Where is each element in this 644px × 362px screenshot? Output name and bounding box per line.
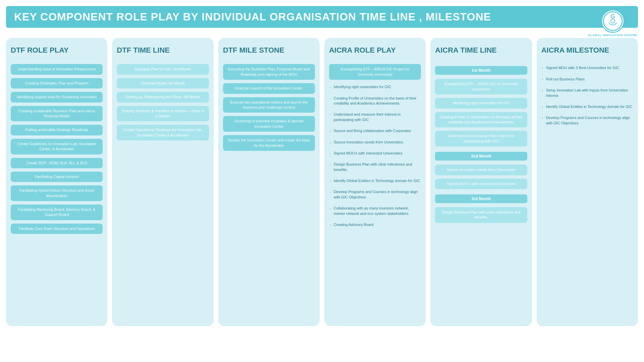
item-dtf-role-play-7: Facilitating Capital Infusion [11, 172, 103, 182]
column-title-aicra-time-line: AICRA TIME LINE [435, 46, 527, 55]
item-dtf-role-play-1: Creating Strategies, Plan and Program [11, 78, 103, 88]
item-dtf-mile-stone-1: Execute Launch of the Innovation Center [223, 83, 315, 94]
item-dtf-role-play-9: Facilitating Mentoring Board, Advisory B… [11, 204, 103, 220]
item-aicra-time-line-0: 1st Month [435, 66, 527, 75]
item-aicra-role-play-8: Identify Global Entities in Technology d… [329, 177, 421, 185]
column-aicra-role-play: AICRA ROLE PLAYEvangelizing DTF – ARICA … [324, 38, 426, 326]
logo-icon: G [603, 11, 623, 31]
item-aicra-time-line-7: Signed MOU's with interested Universitie… [435, 179, 527, 189]
item-aicra-role-play-3: Understand and measure their interest in… [329, 111, 421, 124]
item-aicra-role-play-7: Design Business Plan with clear mileston… [329, 161, 421, 174]
header-bar: KEY COMPONENT ROLE PLAY BY INDIVIDUAL OR… [6, 6, 638, 28]
page-title: KEY COMPONENT ROLE PLAY BY INDIVIDUAL OR… [14, 11, 491, 23]
column-aicra-milestone: AICRA MILESTONESigned MOU with 3 Best Un… [537, 38, 638, 326]
item-aicra-milestone-0: Signed MOU with 3 Best Universities for … [541, 64, 633, 72]
column-aicra-time-line: AICRA TIME LINE1st MonthEvangelizing DTF… [430, 38, 532, 326]
column-title-aicra-role-play: AICRA ROLE PLAY [329, 46, 421, 55]
item-aicra-time-line-8: 3rd Month [435, 194, 527, 203]
item-aicra-role-play-11: Creating Advisory Board [329, 221, 421, 229]
item-dtf-role-play-4: Putting achievable Strategic Roadmap [11, 125, 103, 135]
item-aicra-role-play-9: Develop Programs and Courses in technolo… [329, 188, 421, 201]
item-aicra-milestone-3: Identify Global Entities in Technology d… [541, 103, 633, 111]
item-aicra-role-play-5: Source Innovation needs from Universitie… [329, 138, 421, 146]
item-aicra-time-line-4: Understand and measure their interest in… [435, 131, 527, 146]
column-title-dtf-mile-stone: DTF MILE STONE [223, 46, 315, 55]
item-aicra-milestone-2: Setup Innovation Lab with Inputs from Un… [541, 86, 633, 100]
item-dtf-time-line-3: Training Students & Faculties in batches… [117, 106, 209, 122]
item-dtf-mile-stone-3: Screening of potential incubates & opera… [223, 116, 315, 132]
item-aicra-role-play-6: Signed MOU's with interested Universitie… [329, 149, 421, 157]
column-title-dtf-role-play: DTF ROLE PLAY [11, 46, 103, 55]
columns-container: DTF ROLE PLAYUnderstanding need of Innov… [0, 28, 644, 332]
column-title-aicra-milestone: AICRA MILESTONE [541, 46, 633, 55]
item-dtf-mile-stone-2: Execute key operational metrics and laun… [223, 97, 315, 113]
item-dtf-role-play-8: Facilitating Hybrid Return Structure and… [11, 185, 103, 201]
item-aicra-milestone-1: Roll out Business Plans [541, 75, 633, 83]
item-aicra-time-line-3: Creating Profile of Universities on the … [435, 112, 527, 128]
column-dtf-time-line: DTF TIME LINEBusiness Plan for GIC- 2nd … [112, 38, 213, 326]
item-dtf-time-line-1: Financial Model-3rd Month [117, 78, 209, 88]
item-aicra-time-line-6: Source innovation needs from Universitie… [435, 165, 527, 175]
item-dtf-role-play-3: Creating sustainable Business Plan and r… [11, 106, 103, 122]
item-aicra-role-play-0: Evangelizing DTF – ARICA GIC Project to … [329, 64, 421, 80]
item-aicra-role-play-10: Collaborating with as many investors net… [329, 204, 421, 218]
column-title-dtf-time-line: DTF TIME LINE [117, 46, 209, 55]
item-dtf-mile-stone-4: Sustain the Innovation Center and create… [223, 135, 315, 151]
item-aicra-role-play-1: Identifying right universities for GIC [329, 83, 421, 91]
column-dtf-mile-stone: DTF MILE STONEExecuting the Business Pla… [218, 38, 320, 326]
item-dtf-time-line-0: Business Plan for GIC- 2nd Month [117, 64, 209, 74]
item-aicra-role-play-2: Creating Profile of Universities on the … [329, 95, 421, 108]
item-aicra-milestone-4: Develop Programs and Courses in technolo… [541, 114, 633, 127]
item-aicra-time-line-1: Evangelizing DTF – AICRA GIC to Universi… [435, 79, 527, 95]
item-dtf-role-play-0: Understanding need of Innovation Infrast… [11, 64, 103, 74]
logo-circle: G [601, 9, 625, 33]
item-dtf-time-line-2: Setting up, Redesigning the Place- 5th M… [117, 92, 209, 102]
item-dtf-mile-stone-0: Executing the Business Plan, Financial M… [223, 64, 315, 80]
item-dtf-role-play-2: Identifying support area for Sustaining … [11, 92, 103, 102]
item-dtf-time-line-4: Create Operational Timelines for Innovat… [117, 125, 209, 140]
item-dtf-role-play-10: Facilitate Core Team Structure and Opera… [11, 224, 103, 234]
item-aicra-time-line-5: 2nd Month [435, 152, 527, 161]
logo-area: G GLOBAL INNOVATION CENTRE [588, 9, 637, 37]
item-dtf-role-play-6: Create SOP , SOW, SLA, SLI, & SLO [11, 158, 103, 168]
item-aicra-time-line-9: Design Business Plan with clear mileston… [435, 207, 527, 223]
column-dtf-role-play: DTF ROLE PLAYUnderstanding need of Innov… [6, 38, 107, 326]
logo-text: GLOBAL INNOVATION CENTRE [588, 34, 637, 37]
item-aicra-time-line-2: Identifying right universities for GIC [435, 98, 527, 108]
item-aicra-role-play-4: Source and Bring collaboration with Corp… [329, 127, 421, 135]
item-dtf-role-play-5: Create Guidelines on Innovation Lab, Inc… [11, 139, 103, 155]
